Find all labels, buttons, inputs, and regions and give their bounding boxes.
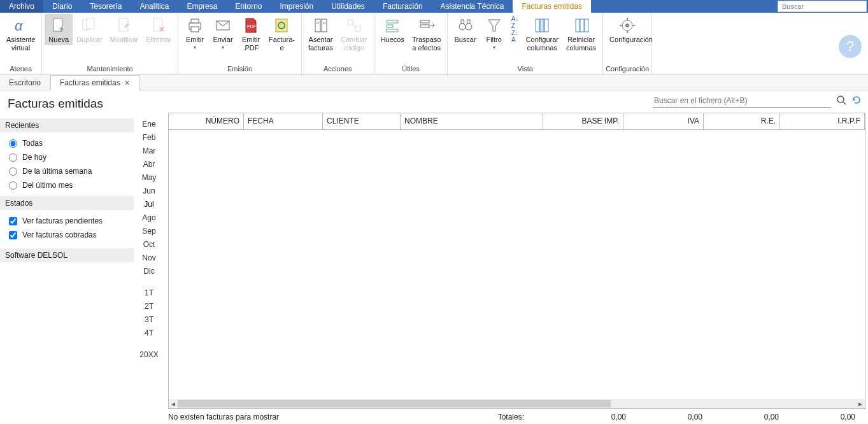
month-filter-mar[interactable]: Mar	[134, 146, 164, 155]
ribbon-group-label: Útiles	[377, 64, 445, 74]
col-numero[interactable]: NÚMERO	[169, 113, 244, 129]
col-irpf[interactable]: I.R.P.F	[780, 113, 865, 129]
filtro-button[interactable]: Filtro ▾	[480, 14, 508, 52]
menu-diario[interactable]: Diario	[43, 0, 81, 13]
svg-point-26	[459, 24, 466, 30]
duplicar-button: Duplicar	[73, 14, 106, 45]
ribbon-label: Buscar	[454, 36, 476, 44]
sort-asc-button[interactable]: A↓Z	[509, 17, 521, 28]
invoices-grid: NÚMERO FECHA CLIENTE NOMBRE BASE IMP. IV…	[168, 113, 865, 409]
month-filter-3t[interactable]: 3T	[134, 315, 164, 324]
svg-rect-9	[191, 19, 199, 23]
horizontal-scrollbar[interactable]: ◄ ►	[169, 399, 865, 408]
svg-rect-19	[348, 20, 353, 25]
col-re[interactable]: R.E.	[704, 113, 780, 129]
close-icon[interactable]: ✕	[124, 79, 130, 87]
menu-facturas-emitidas[interactable]: Facturas emitidas	[513, 0, 591, 13]
month-filter-dic[interactable]: Dic	[134, 267, 164, 276]
month-filter-sep[interactable]: Sep	[134, 227, 164, 236]
configurar-columnas-button[interactable]: Configurarcolumnas	[522, 14, 562, 53]
nueva-button[interactable]: + Nueva	[45, 14, 73, 45]
ribbon-group-label: Mantenimiento	[45, 64, 175, 74]
asistente-virtual-button[interactable]: α Asistentevirtual	[3, 14, 39, 53]
month-filter-oct[interactable]: Oct	[134, 240, 164, 249]
global-search-input[interactable]: Buscar	[778, 1, 867, 12]
tab-facturas-emitidas[interactable]: Facturas emitidas ✕	[50, 75, 139, 90]
columns-config-icon	[533, 17, 551, 34]
status-message: No existen facturas para mostrar	[168, 413, 279, 421]
col-iva[interactable]: IVA	[623, 113, 704, 129]
month-filter-may[interactable]: May	[134, 173, 164, 182]
menu-tesoreria[interactable]: Tesorería	[81, 0, 131, 13]
tab-escritorio[interactable]: Escritorio	[0, 75, 50, 90]
transfer-icon	[418, 17, 436, 34]
menu-analitica[interactable]: Analítica	[131, 0, 178, 13]
menu-impresion[interactable]: Impresión	[271, 0, 322, 13]
checkbox-input[interactable]	[9, 217, 17, 225]
col-fecha[interactable]: FECHA	[244, 113, 323, 129]
menu-asistencia[interactable]: Asistencia Técnica	[432, 0, 513, 13]
scroll-right-icon[interactable]: ►	[856, 400, 865, 407]
month-filter-1t[interactable]: 1T	[134, 288, 164, 297]
col-cliente[interactable]: CLIENTE	[323, 113, 401, 129]
ribbon-label: Modificar	[110, 36, 139, 44]
radio-input[interactable]	[9, 153, 17, 162]
filter-sidebar: Facturas emitidas Recientes TodasDe hoyD…	[0, 90, 134, 424]
sort-desc-button[interactable]: Z↓A	[509, 31, 521, 42]
menu-utilidades[interactable]: Utilidades	[322, 0, 374, 13]
svg-text:D: D	[317, 21, 320, 25]
recientes-option[interactable]: De hoy	[0, 150, 134, 164]
month-filter-abr[interactable]: Abr	[134, 160, 164, 169]
huecos-button[interactable]: Huecos	[377, 14, 408, 45]
recientes-option[interactable]: De la última semana	[0, 164, 134, 178]
svg-rect-32	[544, 19, 548, 32]
asentar-facturas-button[interactable]: DH Asentarfacturas	[304, 14, 337, 53]
buscar-button[interactable]: Buscar	[450, 14, 480, 45]
ribbon-label: Enviar	[213, 36, 232, 44]
binoculars-icon	[457, 17, 474, 34]
reiniciar-columnas-button[interactable]: Reiniciarcolumnas	[562, 14, 600, 53]
scroll-thumb[interactable]	[178, 400, 611, 407]
col-nombre[interactable]: NOMBRE	[401, 113, 543, 129]
traspaso-button[interactable]: Traspasoa efectos	[408, 14, 445, 53]
scroll-left-icon[interactable]: ◄	[169, 400, 178, 407]
svg-text:+: +	[59, 24, 64, 34]
radio-input[interactable]	[9, 139, 17, 148]
grid-search-input[interactable]	[653, 94, 831, 108]
total-base: 0,00	[556, 413, 632, 421]
menu-entorno[interactable]: Entorno	[226, 0, 271, 13]
month-filter-nov[interactable]: Nov	[134, 253, 164, 262]
month-filter-ene[interactable]: Ene	[134, 120, 164, 129]
emitir-pdf-button[interactable]: PDF Emitir.PDF	[237, 14, 265, 53]
option-label: Ver facturas cobradas	[22, 230, 97, 239]
menu-facturacion[interactable]: Facturación	[374, 0, 432, 13]
month-filter-feb[interactable]: Feb	[134, 133, 164, 142]
ribbon-label: Asistentevirtual	[6, 36, 35, 52]
help-button[interactable]: ?	[839, 35, 862, 58]
sort-desc-icon: Z↓A	[511, 29, 518, 43]
recientes-option[interactable]: Todas	[0, 136, 134, 150]
radio-input[interactable]	[9, 167, 17, 176]
checkbox-input[interactable]	[9, 231, 17, 239]
factura-e-button[interactable]: Factura-e	[265, 14, 299, 53]
svg-line-43	[843, 102, 846, 104]
emitir-button[interactable]: Emitir ▾	[181, 14, 209, 52]
recientes-option[interactable]: Del último mes	[0, 178, 134, 192]
configuracion-button[interactable]: Configuración	[606, 14, 649, 45]
menu-archivo[interactable]: Archivo	[0, 0, 43, 13]
option-label: Todas	[22, 139, 43, 148]
refresh-icon[interactable]	[851, 95, 862, 107]
estados-option[interactable]: Ver facturas cobradas	[0, 228, 134, 242]
month-filter-jun[interactable]: Jun	[134, 187, 164, 195]
radio-input[interactable]	[9, 181, 17, 190]
month-filter-20xx[interactable]: 20XX	[134, 350, 164, 359]
month-filter-jul[interactable]: Jul	[134, 200, 164, 209]
estados-option[interactable]: Ver facturas pendientes	[0, 214, 134, 228]
menu-empresa[interactable]: Empresa	[178, 0, 226, 13]
month-filter-ago[interactable]: Ago	[134, 213, 164, 222]
search-icon[interactable]	[836, 95, 846, 107]
col-base-imp[interactable]: BASE IMP.	[543, 113, 623, 129]
month-filter-2t[interactable]: 2T	[134, 302, 164, 311]
month-filter-4t[interactable]: 4T	[134, 329, 164, 337]
enviar-button[interactable]: Enviar ▾	[209, 14, 237, 52]
